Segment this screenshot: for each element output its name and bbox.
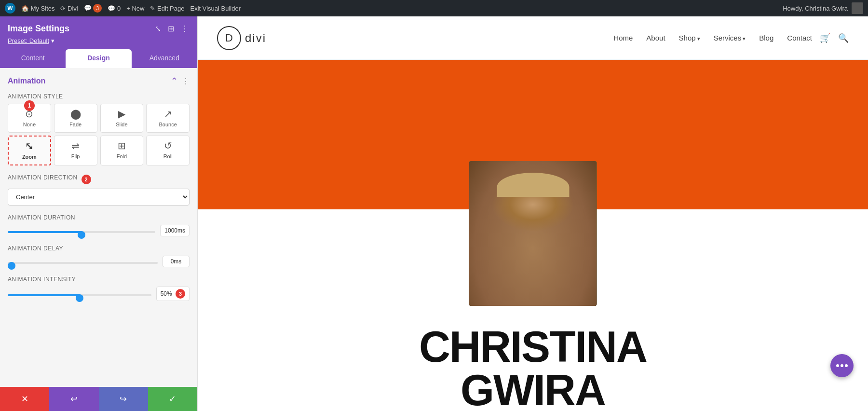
- redo-button[interactable]: ↪: [99, 387, 148, 411]
- bottom-bar: ✕ ↩ ↪ ✓: [0, 387, 197, 411]
- name-line2: GWIRA: [461, 369, 605, 411]
- nav-links: Home About Shop Services Blog Contact: [613, 34, 812, 42]
- name-line1: CHRISTINA: [217, 325, 849, 369]
- anim-btn-none[interactable]: 1 ⊙ None: [8, 104, 51, 133]
- tab-design[interactable]: Design: [66, 49, 131, 68]
- logo-name: divi: [245, 31, 266, 45]
- nav-about[interactable]: About: [646, 34, 665, 42]
- intensity-label: Animation Intensity: [8, 276, 190, 283]
- panel-tabs: Content Design Advanced: [0, 49, 197, 68]
- nav-home[interactable]: Home: [613, 34, 633, 42]
- animation-style-grid: 1 ⊙ None ⬤ Fade ▶ Slide ↗ Bounce: [8, 104, 190, 165]
- anim-btn-bounce[interactable]: ↗ Bounce: [146, 104, 190, 133]
- cart-icon-btn[interactable]: 🛒: [820, 33, 830, 43]
- resize-icon-btn[interactable]: ⤡: [154, 23, 162, 34]
- edit-page-link[interactable]: ✎ Edit Page: [150, 5, 184, 12]
- preset-row[interactable]: Preset: Default ▾: [8, 37, 190, 49]
- direction-label-row: Animation Direction 2: [8, 174, 190, 185]
- animation-style-field: Animation Style 1 ⊙ None ⬤ Fade ▶ Slide: [8, 93, 190, 165]
- cancel-button[interactable]: ✕: [0, 387, 49, 411]
- nav-contact[interactable]: Contact: [787, 34, 812, 42]
- panel-body: Animation ⌃ ⋮ Animation Style 1 ⊙ None: [0, 68, 197, 387]
- search-icon-btn[interactable]: 🔍: [838, 33, 849, 43]
- site-logo: D divi: [217, 26, 266, 50]
- howdy-text: Howdy, Christina Gwira: [783, 5, 848, 12]
- panel-title-icons: ⤡ ⊞ ⋮: [154, 23, 190, 34]
- anim-btn-flip[interactable]: ⇌ Flip: [54, 136, 97, 165]
- admin-bar: W 🏠 My Sites ⟳ Divi 💬 3 💬 0 + New ✎ Edit…: [0, 0, 868, 16]
- undo-button[interactable]: ↩: [49, 387, 98, 411]
- hero-section: [198, 60, 868, 209]
- anim-btn-slide[interactable]: ▶ Slide: [100, 104, 144, 133]
- direction-select[interactable]: Center Top Bottom Left Right: [8, 189, 190, 206]
- save-button[interactable]: ✓: [148, 387, 197, 411]
- hero-image: [469, 161, 597, 306]
- animation-intensity-field: Animation Intensity 50% 3: [8, 276, 190, 301]
- preset-value: Default: [29, 37, 49, 44]
- duration-value: 1000ms: [160, 225, 190, 236]
- animation-direction-field: Animation Direction 2 Center Top Bottom …: [8, 174, 190, 206]
- nav-services[interactable]: Services: [714, 34, 746, 42]
- messages-link[interactable]: 💬 0: [108, 5, 121, 12]
- logo-letter: D: [225, 32, 233, 44]
- zoom-label: Zoom: [22, 154, 37, 160]
- delay-label: Animation Delay: [8, 245, 190, 252]
- anim-btn-fade[interactable]: ⬤ Fade: [54, 104, 97, 133]
- panel-title-row: Image Settings ⤡ ⊞ ⋮: [8, 23, 190, 34]
- duration-label: Animation Duration: [8, 214, 190, 221]
- nav-shop[interactable]: Shop: [679, 34, 700, 42]
- admin-avatar: [852, 2, 863, 14]
- more-icon-btn[interactable]: ⋮: [180, 23, 190, 34]
- new-link[interactable]: + New: [126, 5, 144, 12]
- chat-bubble[interactable]: [830, 354, 854, 377]
- flip-icon: ⇌: [71, 141, 80, 151]
- bounce-icon: ↗: [164, 109, 172, 119]
- intensity-value: 50% 3: [156, 287, 190, 301]
- anim-btn-roll[interactable]: ↺ Roll: [146, 136, 190, 165]
- tab-advanced[interactable]: Advanced: [132, 49, 197, 68]
- anim-btn-zoom[interactable]: ⤡ Zoom: [8, 136, 51, 165]
- animation-delay-field: Animation Delay 0ms: [8, 245, 190, 267]
- comments-link[interactable]: 💬 3: [84, 4, 102, 13]
- roll-icon: ↺: [164, 141, 172, 151]
- delay-slider[interactable]: [8, 262, 158, 264]
- none-label: None: [23, 122, 36, 127]
- page-content: CHRISTINA GWIRA: [198, 60, 868, 411]
- anim-btn-fold[interactable]: ⊞ Fold: [100, 136, 144, 165]
- step-badge-1: 1: [24, 100, 35, 111]
- left-panel: Image Settings ⤡ ⊞ ⋮ Preset: Default ▾ C…: [0, 16, 198, 411]
- admin-bar-left: W 🏠 My Sites ⟳ Divi 💬 3 💬 0 + New ✎ Edit…: [5, 3, 241, 14]
- my-sites-link[interactable]: 🏠 My Sites: [21, 5, 54, 12]
- chat-dot-2: [841, 364, 843, 367]
- nav-icons: 🛒 🔍: [820, 33, 849, 43]
- intensity-slider-row: 50% 3: [8, 287, 190, 301]
- divi-link[interactable]: ⟳ Divi: [60, 5, 78, 12]
- exit-builder-link[interactable]: Exit Visual Builder: [190, 5, 241, 12]
- intensity-slider-container: [8, 289, 151, 298]
- fade-label: Fade: [69, 122, 81, 127]
- duration-slider-container: [8, 226, 155, 235]
- admin-bar-right: Howdy, Christina Gwira: [783, 2, 863, 14]
- grid-icon-btn[interactable]: ⊞: [167, 23, 175, 34]
- intensity-slider[interactable]: [8, 294, 151, 296]
- hero-image-inner: [469, 161, 597, 306]
- wordpress-icon[interactable]: W: [5, 3, 15, 14]
- chat-dot-1: [836, 364, 839, 367]
- duration-slider[interactable]: [8, 231, 155, 233]
- panel-header: Image Settings ⤡ ⊞ ⋮ Preset: Default ▾: [0, 16, 197, 49]
- panel-title: Image Settings: [8, 24, 69, 34]
- chat-dot-3: [845, 364, 848, 367]
- section-controls: ⌃ ⋮: [171, 76, 190, 86]
- comment-count: 3: [93, 4, 102, 13]
- section-more-btn[interactable]: ⋮: [182, 77, 190, 86]
- site-nav: D divi Home About Shop Services Blog Con…: [198, 16, 868, 60]
- tab-content[interactable]: Content: [0, 49, 66, 68]
- nav-blog[interactable]: Blog: [759, 34, 773, 42]
- right-content: D divi Home About Shop Services Blog Con…: [198, 16, 868, 411]
- animation-style-label: Animation Style: [8, 93, 190, 100]
- section-collapse-btn[interactable]: ⌃: [171, 76, 178, 86]
- logo-circle: D: [217, 26, 241, 50]
- fade-icon: ⬤: [70, 109, 81, 119]
- slide-label: Slide: [116, 122, 127, 127]
- chat-dots: [836, 364, 848, 367]
